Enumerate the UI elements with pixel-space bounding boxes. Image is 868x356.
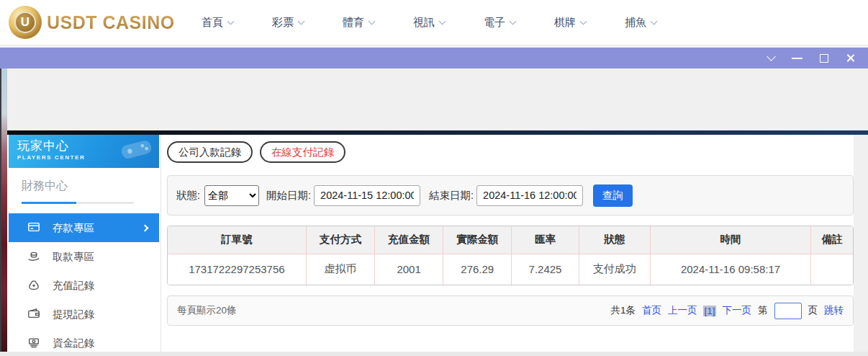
nav-label: 電子 (484, 16, 505, 30)
col-status: 狀態 (579, 226, 650, 254)
tab-online-payment-records[interactable]: 在線支付記錄 (260, 141, 345, 163)
nav-item-fishing[interactable]: 捕魚 (625, 16, 656, 30)
window-titlebar (0, 48, 868, 68)
col-recharge-amount: 充值金額 (375, 226, 443, 254)
pagination-bar: 每頁顯示20條 共1条 首页 上一页 [1] 下一页 第 页 跳转 (167, 295, 854, 326)
logo-letter: U (14, 12, 36, 33)
start-date-label: 開始日期: (266, 189, 311, 203)
nav-item-live[interactable]: 視訊 (413, 16, 445, 30)
page-suffix: 页 (808, 304, 818, 317)
col-remark: 備註 (811, 226, 853, 254)
prev-page-link[interactable]: 上一页 (668, 304, 697, 317)
page-number-input[interactable] (774, 303, 802, 319)
col-exchange-rate: 匯率 (512, 226, 579, 254)
cell-actual-amount: 276.29 (443, 254, 512, 285)
nav-item-home[interactable]: 首頁 (202, 16, 233, 30)
wallet-icon (27, 307, 40, 322)
page-prefix: 第 (758, 304, 768, 317)
per-page-text: 每頁顯示20條 (177, 304, 237, 317)
withdraw-hand-icon (27, 249, 40, 264)
cell-payment-method: 虚拟币 (306, 254, 374, 285)
col-time: 時間 (650, 226, 811, 254)
chevron-right-icon (142, 224, 149, 231)
section-underline (22, 202, 134, 204)
sidebar-item-label: 資金記錄 (53, 337, 94, 350)
chevron-down-icon (510, 17, 517, 25)
chevron-down-icon (227, 17, 235, 25)
first-page-link[interactable]: 首页 (642, 304, 661, 317)
search-button[interactable]: 查詢 (593, 184, 633, 207)
end-date-input[interactable] (476, 185, 583, 206)
col-payment-method: 支付方式 (306, 226, 374, 254)
table-row: 1731722297253756 虚拟币 2001 276.29 7.2425 … (168, 254, 853, 285)
nav-label: 彩票 (272, 16, 294, 30)
player-center-sidebar: 玩家中心 PLAYERS CENTER 財務中心 (7, 135, 161, 352)
chevron-down-icon (439, 17, 446, 25)
logo-coin-icon: U (9, 6, 42, 39)
cell-remark (811, 254, 853, 285)
cell-exchange-rate: 7.2425 (512, 254, 579, 285)
nav-item-lottery[interactable]: 彩票 (272, 16, 304, 30)
sidebar-item-funds-records[interactable]: 資金記錄 (9, 329, 159, 356)
sidebar-item-label: 取款專區 (53, 250, 94, 264)
money-bag-icon (27, 278, 40, 293)
chevron-down-icon (580, 17, 587, 25)
nav-label: 棋牌 (554, 16, 576, 30)
nav-label: 體育 (343, 16, 364, 30)
sidebar-item-label: 存款專區 (53, 221, 94, 235)
col-actual-amount: 實際金額 (443, 226, 512, 254)
banknotes-icon (27, 336, 40, 351)
nav-label: 視訊 (413, 16, 435, 30)
nav-label: 捕魚 (625, 16, 646, 30)
window-header-area (7, 68, 868, 130)
sidebar-header: 玩家中心 PLAYERS CENTER (9, 135, 159, 168)
sidebar-item-withdraw-zone[interactable]: 取款專區 (9, 242, 159, 271)
site-nav: U USDT CASINO 首頁 彩票 體育 視訊 電子 棋牌 捕魚 (0, 0, 868, 45)
sidebar-section-title: 財務中心 (22, 179, 146, 194)
records-content: 公司入款記錄 在線支付記錄 狀態: 全部 開始日期: 結束日期: 查詢 (161, 135, 854, 352)
cell-recharge-amount: 2001 (375, 254, 443, 285)
chevron-down-icon (369, 17, 376, 25)
nav-item-cards[interactable]: 棋牌 (554, 16, 586, 30)
right-gutter (854, 135, 868, 352)
end-date-label: 結束日期: (429, 189, 474, 203)
sidebar-item-recharge-records[interactable]: 充值記錄 (9, 271, 159, 300)
maximize-icon[interactable] (820, 54, 828, 63)
sidebar-menu: 存款專區 取款專區 (9, 213, 159, 356)
start-date-input[interactable] (314, 185, 420, 206)
cell-time: 2024-11-16 09:58:17 (650, 254, 811, 285)
deposit-card-icon (27, 221, 40, 236)
sidebar-item-label: 充值記錄 (53, 279, 94, 293)
tab-company-deposit-records[interactable]: 公司入款記錄 (167, 141, 253, 163)
col-order-number: 訂單號 (168, 226, 306, 254)
brand-name: USDT CASINO (47, 12, 175, 33)
nav-item-sports[interactable]: 體育 (343, 16, 374, 30)
chevron-down-icon (651, 17, 658, 25)
chevron-down-icon (298, 17, 305, 25)
records-table: 訂單號 支付方式 充值金額 實際金額 匯率 狀態 時間 備註 (167, 226, 854, 285)
sidebar-item-withdrawal-records[interactable]: 提現記錄 (9, 300, 159, 329)
next-page-link[interactable]: 下一页 (723, 304, 752, 317)
table-header-row: 訂單號 支付方式 充值金額 實際金額 匯率 狀態 時間 備註 (168, 226, 853, 254)
cell-status: 支付成功 (579, 254, 650, 285)
section-underline-accent (22, 202, 76, 204)
close-icon[interactable] (846, 53, 855, 63)
background-image-strip (0, 68, 7, 352)
status-select[interactable]: 全部 (204, 185, 259, 206)
record-tabs: 公司入款記錄 在線支付記錄 (167, 141, 854, 163)
sidebar-item-deposit-zone[interactable]: 存款專區 (9, 213, 159, 242)
sidebar-item-label: 提現記錄 (53, 308, 94, 321)
pagination-controls: 共1条 首页 上一页 [1] 下一页 第 页 跳转 (610, 303, 844, 319)
minimize-icon[interactable] (792, 58, 803, 59)
total-count: 共1条 (610, 304, 636, 317)
collapse-chevron-icon[interactable] (767, 52, 776, 61)
main-menu: 首頁 彩票 體育 視訊 電子 棋牌 捕魚 (202, 16, 656, 30)
filter-bar: 狀態: 全部 開始日期: 結束日期: 查詢 (167, 175, 854, 215)
cell-order-number: 1731722297253756 (168, 254, 306, 285)
nav-label: 首頁 (202, 16, 223, 30)
nav-item-slots[interactable]: 電子 (484, 16, 515, 30)
brand-logo[interactable]: U USDT CASINO (9, 6, 173, 39)
jump-link[interactable]: 跳转 (824, 304, 844, 317)
current-page[interactable]: [1] (703, 306, 715, 316)
status-label: 狀態: (176, 189, 200, 203)
